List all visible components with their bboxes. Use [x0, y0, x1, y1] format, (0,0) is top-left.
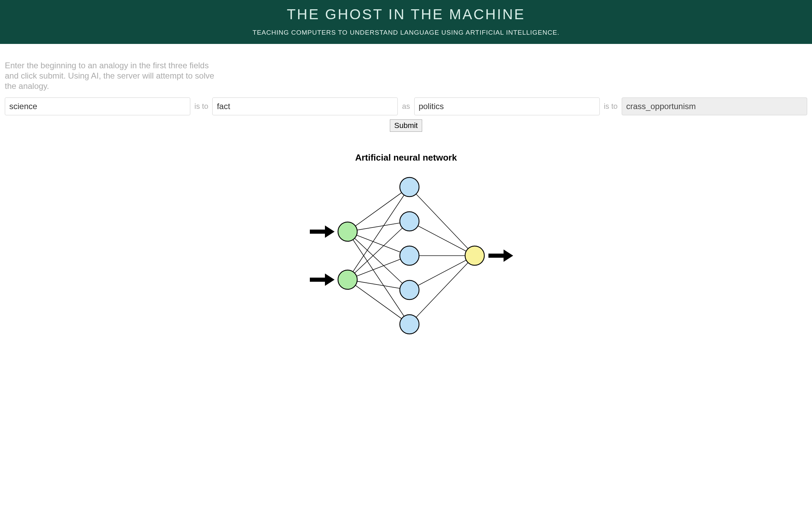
svg-marker-16 — [325, 225, 335, 238]
output-node — [465, 246, 484, 265]
svg-line-13 — [409, 256, 475, 290]
nn-diagram: Artificial neural network — [5, 152, 807, 345]
analogy-output-d — [622, 97, 807, 115]
svg-line-11 — [409, 221, 475, 256]
svg-marker-18 — [325, 274, 335, 286]
submit-button[interactable]: Submit — [390, 119, 422, 132]
analogy-input-c[interactable] — [414, 97, 600, 115]
analogy-input-a[interactable] — [5, 97, 190, 115]
svg-rect-19 — [488, 254, 504, 258]
svg-marker-20 — [504, 249, 513, 262]
hidden-node-2 — [400, 212, 419, 231]
hidden-node-5 — [400, 315, 419, 334]
input-arrow-1-icon — [310, 225, 335, 238]
hero-banner: THE GHOST IN THE MACHINE TEACHING COMPUT… — [0, 0, 812, 44]
svg-rect-15 — [310, 230, 325, 234]
sep-is-to-1: is to — [194, 102, 209, 111]
hidden-node-3 — [400, 246, 419, 265]
analogy-form: is to as is to — [5, 97, 807, 115]
page-subtitle: TEACHING COMPUTERS TO UNDERSTAND LANGUAG… — [3, 29, 809, 36]
diagram-title: Artificial neural network — [5, 152, 807, 163]
input-node-1 — [338, 222, 357, 241]
svg-rect-17 — [310, 278, 325, 282]
sep-as: as — [401, 102, 410, 111]
analogy-input-b[interactable] — [212, 97, 398, 115]
input-arrow-2-icon — [310, 274, 335, 286]
intro-text: Enter the beginning to an analogy in the… — [5, 60, 225, 91]
main-content: Enter the beginning to an analogy in the… — [0, 44, 812, 345]
sep-is-to-2: is to — [603, 102, 618, 111]
input-node-2 — [338, 270, 357, 289]
hidden-node-4 — [400, 280, 419, 300]
hidden-node-1 — [400, 177, 419, 197]
nn-svg — [282, 166, 530, 345]
output-arrow-icon — [488, 249, 513, 262]
page-title: THE GHOST IN THE MACHINE — [3, 6, 809, 23]
